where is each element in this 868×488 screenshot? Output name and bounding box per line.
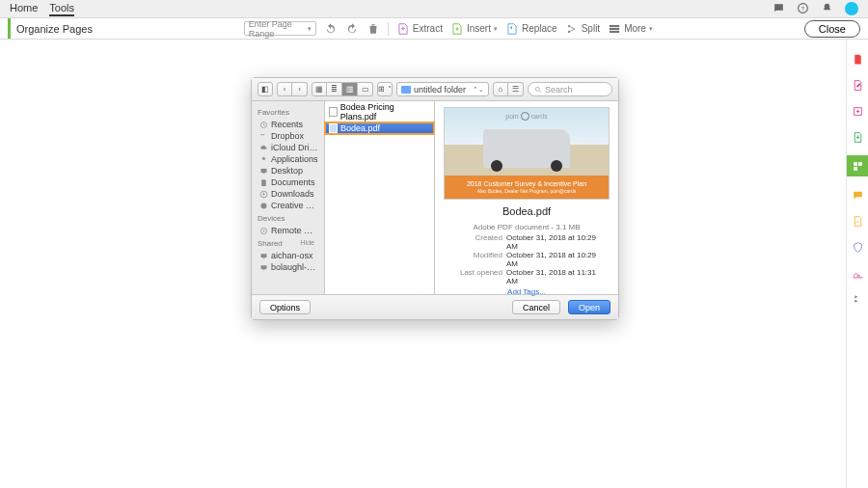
folder-dropdown[interactable]: untitled folder ⌃⌄ (396, 82, 489, 96)
sidebar-item-remotedisc[interactable]: Remote Disc (252, 225, 324, 236)
close-button[interactable]: Close (804, 20, 860, 38)
rail-fill-sign-icon[interactable] (850, 213, 865, 229)
view-gallery-button[interactable]: ▭ (358, 82, 373, 96)
tab-tools[interactable]: Tools (49, 2, 74, 16)
file-row[interactable]: Bodea Pricing Plans.pdf (325, 101, 434, 122)
svg-rect-10 (854, 167, 857, 171)
extract-button[interactable]: Extract (396, 22, 443, 36)
search-placeholder: Search (545, 85, 573, 95)
sidebar-item-shared-2[interactable]: bolaughl-mac... (252, 261, 324, 273)
rotate-left-icon[interactable] (324, 22, 338, 36)
split-button[interactable]: Split (565, 22, 600, 36)
sidebar-item-dropbox[interactable]: Dropbox (252, 130, 324, 142)
sidebar-item-shared-1[interactable]: aichan-osx (252, 250, 324, 261)
sidebar-item-desktop[interactable]: Desktop (252, 165, 324, 176)
app-topbar: Home Tools ? (0, 0, 868, 18)
view-columns-button[interactable]: ▥ (342, 82, 358, 96)
svg-text:?: ? (801, 5, 805, 11)
sidebar-item-documents[interactable]: Documents (252, 176, 324, 188)
avatar[interactable] (845, 2, 858, 15)
rail-sign-icon[interactable] (850, 265, 865, 281)
help-icon[interactable]: ? (797, 2, 809, 16)
sidebar-item-applications[interactable]: Applications (252, 153, 324, 165)
file-row-selected[interactable]: Bodea.pdf (325, 122, 434, 134)
options-button[interactable]: Options (259, 300, 311, 314)
file-icon (329, 107, 338, 117)
chevron-down-icon: ▾ (308, 25, 312, 33)
search-input[interactable]: Search (528, 82, 612, 96)
file-list: Bodea Pricing Plans.pdf Bodea.pdf (325, 101, 435, 294)
organize-toolbar: Organize Pages Enter Page Range ▾ Extrac… (0, 18, 868, 40)
nav-forward-button[interactable]: › (292, 82, 308, 96)
hide-shared-button[interactable]: Hide (301, 239, 314, 246)
sidebar-section-shared: SharedHide (252, 236, 324, 250)
folder-name: untitled folder (414, 85, 470, 95)
rail-export-icon[interactable] (850, 129, 865, 145)
preview-kind: Adobe PDF document - 3.1 MB (473, 223, 580, 231)
svg-point-16 (261, 203, 267, 208)
sidebar-section-devices: Devices (252, 211, 324, 225)
svg-point-2 (568, 24, 570, 26)
rail-comment-icon[interactable] (850, 187, 865, 203)
rail-protect-icon[interactable] (850, 239, 865, 255)
sidebar-item-creativecloud[interactable]: Creative Cloud... (252, 200, 324, 211)
preview-filename: Bodea.pdf (502, 205, 551, 217)
view-list-button[interactable]: ≣ (327, 82, 342, 96)
sidebar-item-icloud[interactable]: iCloud Drive (252, 142, 324, 153)
toolbar-title: Organize Pages (16, 23, 93, 35)
svg-rect-9 (858, 162, 862, 166)
action-up-button[interactable]: ⌂ (493, 82, 508, 96)
accent-bar (8, 18, 11, 39)
car-illustration (483, 129, 570, 168)
insert-button[interactable]: Insert▾ (450, 22, 498, 36)
tab-home[interactable]: Home (10, 2, 38, 16)
wheel-icon (521, 112, 529, 121)
preview-pane: poincards 2018 Customer Survey & Incenti… (435, 101, 618, 294)
dialog-sidebar: Favorites Recents Dropbox iCloud Drive A… (252, 101, 325, 294)
sidebar-item-recents[interactable]: Recents (252, 119, 324, 130)
delete-icon[interactable] (366, 22, 380, 36)
svg-rect-5 (610, 28, 618, 29)
svg-rect-19 (261, 254, 267, 258)
nav-back-button[interactable]: ‹ (277, 82, 292, 96)
file-icon (329, 123, 338, 133)
sidebar-section-favorites: Favorites (252, 105, 324, 119)
rail-organize-icon[interactable] (847, 155, 869, 176)
cancel-button[interactable]: Cancel (512, 300, 560, 314)
svg-rect-8 (854, 162, 857, 166)
folder-icon (401, 86, 411, 94)
rail-create-icon[interactable] (850, 103, 865, 119)
view-icons-button[interactable]: ▦ (312, 82, 327, 96)
chevron-down-icon: ▾ (649, 25, 653, 33)
svg-rect-14 (262, 173, 264, 174)
tools-rail (846, 40, 868, 488)
svg-rect-21 (261, 265, 267, 269)
svg-point-3 (568, 30, 570, 32)
chevron-down-icon: ▾ (494, 25, 498, 33)
sidebar-item-downloads[interactable]: Downloads (252, 188, 324, 200)
bell-icon[interactable] (821, 2, 833, 16)
chat-icon[interactable] (773, 2, 785, 16)
rotate-right-icon[interactable] (345, 22, 359, 36)
svg-rect-6 (610, 31, 618, 32)
svg-point-11 (535, 87, 539, 91)
group-button[interactable]: ⊞ ˅ (377, 82, 393, 96)
dialog-toolbar: ◧ ‹ › ▦ ≣ ▥ ▭ ⊞ ˅ untitled folder ⌃⌄ ⌂ ☰… (252, 78, 618, 101)
action-menu-button[interactable]: ☰ (508, 82, 524, 96)
svg-rect-13 (261, 168, 267, 172)
more-button[interactable]: More▾ (608, 22, 653, 36)
updown-icon: ⌃⌄ (473, 86, 484, 94)
rail-more-icon[interactable] (850, 291, 865, 307)
replace-button[interactable]: Replace (505, 22, 557, 36)
rail-edit-icon[interactable] (850, 77, 865, 93)
svg-rect-20 (262, 258, 264, 258)
dialog-footer: Options Cancel Open (252, 294, 618, 319)
page-range-input[interactable]: Enter Page Range ▾ (244, 21, 316, 36)
open-button[interactable]: Open (568, 300, 610, 314)
add-tags-link[interactable]: Add Tags... (507, 287, 546, 296)
rail-pdf-icon[interactable] (850, 51, 865, 67)
sidebar-toggle-icon[interactable]: ◧ (258, 82, 273, 96)
svg-rect-4 (610, 25, 618, 26)
preview-thumbnail: poincards 2018 Customer Survey & Incenti… (444, 107, 610, 200)
file-open-dialog: ◧ ‹ › ▦ ≣ ▥ ▭ ⊞ ˅ untitled folder ⌃⌄ ⌂ ☰… (251, 77, 619, 320)
